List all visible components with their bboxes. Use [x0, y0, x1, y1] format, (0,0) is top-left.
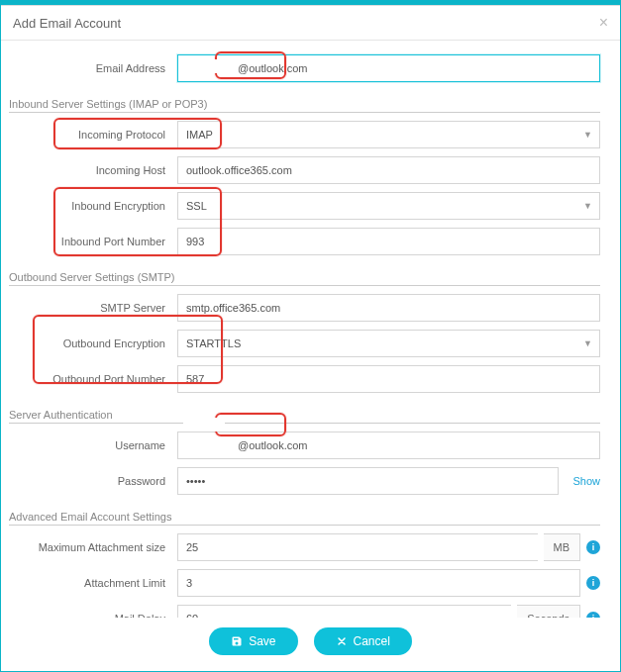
password-field[interactable] [177, 467, 559, 495]
row-username: Username [9, 432, 600, 459]
row-password: Password Show [9, 467, 600, 495]
unit-mb: MB [544, 533, 581, 561]
mail-delay-field[interactable] [177, 605, 511, 618]
username-field[interactable] [177, 432, 600, 459]
inbound-encryption-select[interactable]: ▼ [177, 192, 600, 220]
row-outbound-port: Outbound Port Number [9, 365, 600, 393]
cancel-button[interactable]: Cancel [314, 627, 412, 655]
section-title-advanced: Advanced Email Account Settings [9, 505, 600, 526]
row-mail-delay: Mail Delay Seconds i [9, 605, 600, 618]
modal-footer: Save Cancel [1, 618, 620, 671]
section-title-inbound: Inbound Server Settings (IMAP or POP3) [9, 92, 600, 113]
inbound-encryption-value[interactable] [177, 192, 600, 220]
modal-header: Add Email Account × [1, 6, 620, 41]
max-attachment-field[interactable] [177, 533, 538, 561]
row-smtp-server: SMTP Server [9, 294, 600, 322]
info-icon[interactable]: i [586, 540, 600, 554]
save-button[interactable]: Save [209, 627, 297, 655]
label-max-attachment: Maximum Attachment size [9, 541, 177, 553]
smtp-server-field[interactable] [177, 294, 600, 322]
label-inbound-encryption: Inbound Encryption [9, 200, 177, 212]
row-inbound-encryption: Inbound Encryption ▼ [9, 192, 600, 220]
incoming-protocol-select[interactable]: ▼ [177, 121, 600, 148]
label-smtp-server: SMTP Server [9, 302, 177, 314]
attach-limit-field[interactable] [177, 569, 580, 597]
outbound-encryption-select[interactable]: ▼ [177, 330, 600, 357]
label-outbound-encryption: Outbound Encryption [9, 337, 177, 349]
label-incoming-host: Incoming Host [9, 164, 177, 176]
section-title-outbound: Outbound Server Settings (SMTP) [9, 265, 600, 286]
outbound-port-field[interactable] [177, 365, 600, 393]
row-email: Email Address [9, 54, 600, 82]
section-outbound: Outbound Server Settings (SMTP) SMTP Ser… [9, 265, 600, 393]
label-email: Email Address [9, 62, 177, 74]
row-max-attachment: Maximum Attachment size MB i [9, 533, 600, 561]
show-password-link[interactable]: Show [572, 475, 600, 487]
inbound-port-field[interactable] [177, 228, 600, 255]
close-icon [336, 635, 348, 647]
label-attach-limit: Attachment Limit [9, 577, 177, 589]
row-outbound-encryption: Outbound Encryption ▼ [9, 330, 600, 357]
row-incoming-host: Incoming Host [9, 156, 600, 184]
outbound-encryption-value[interactable] [177, 330, 600, 357]
row-inbound-port: Inbound Port Number [9, 228, 600, 255]
info-icon[interactable]: i [586, 576, 600, 590]
unit-seconds: Seconds [517, 605, 580, 618]
section-inbound: Inbound Server Settings (IMAP or POP3) I… [9, 92, 600, 255]
label-outbound-port: Outbound Port Number [9, 373, 177, 385]
incoming-protocol-value[interactable] [177, 121, 600, 148]
cancel-button-label: Cancel [354, 634, 390, 648]
info-icon[interactable]: i [586, 612, 600, 618]
modal: Add Email Account × Email Address Inboun… [1, 5, 620, 671]
close-icon[interactable]: × [599, 14, 608, 32]
email-field[interactable] [177, 54, 600, 82]
window: Add Email Account × Email Address Inboun… [0, 0, 621, 672]
label-incoming-protocol: Incoming Protocol [9, 129, 177, 141]
row-attach-limit: Attachment Limit i [9, 569, 600, 597]
section-advanced: Advanced Email Account Settings Maximum … [9, 505, 600, 618]
save-button-label: Save [249, 634, 275, 648]
modal-title: Add Email Account [13, 16, 121, 31]
modal-body[interactable]: Email Address Inbound Server Settings (I… [1, 41, 620, 618]
label-mail-delay: Mail Delay [9, 613, 177, 618]
row-incoming-protocol: Incoming Protocol ▼ [9, 121, 600, 148]
label-username: Username [9, 439, 177, 451]
label-password: Password [9, 475, 177, 487]
save-icon [231, 635, 243, 647]
section-auth: Server Authentication Username Password … [9, 403, 600, 495]
label-inbound-port: Inbound Port Number [9, 236, 177, 247]
incoming-host-field[interactable] [177, 156, 600, 184]
section-title-auth: Server Authentication [9, 403, 600, 424]
